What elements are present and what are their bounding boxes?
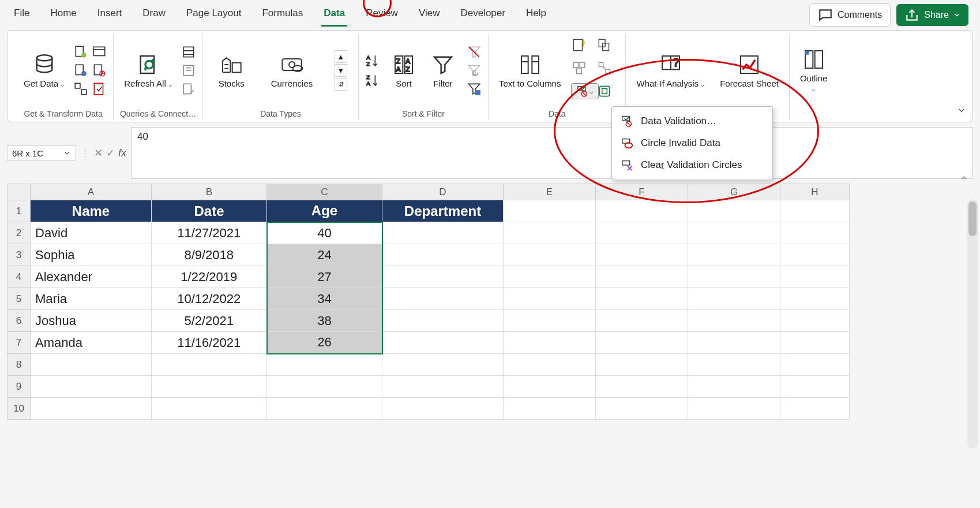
cell-H7[interactable] — [780, 332, 850, 354]
tab-draw[interactable]: Draw — [140, 4, 168, 27]
sort-az-button[interactable]: AZ — [365, 53, 381, 69]
cell-A9[interactable] — [31, 376, 152, 398]
existing-connections-button[interactable] — [73, 81, 89, 97]
cell-B1[interactable]: Date — [152, 200, 267, 222]
from-table-button[interactable] — [73, 62, 89, 79]
from-web-button[interactable] — [91, 44, 107, 60]
currencies-button[interactable]: Currencies — [266, 51, 318, 91]
cell-E9[interactable] — [504, 376, 596, 398]
cell-G6[interactable] — [688, 310, 780, 332]
datatype-down-button[interactable]: ▾ — [335, 64, 347, 77]
relationships-button[interactable] — [596, 60, 613, 76]
cell-A4[interactable]: Alexander — [31, 266, 152, 288]
cell-C1[interactable]: Age — [267, 200, 382, 222]
cell-C9[interactable] — [267, 376, 382, 398]
row-header[interactable]: 4 — [7, 266, 31, 288]
cell-F1[interactable] — [596, 200, 688, 222]
cell-C10[interactable] — [267, 398, 382, 420]
cell-E7[interactable] — [504, 332, 596, 354]
cell-F9[interactable] — [596, 376, 688, 398]
cell-G3[interactable] — [688, 244, 780, 266]
cell-F5[interactable] — [596, 288, 688, 310]
cell-D6[interactable] — [382, 310, 504, 332]
cell-A7[interactable]: Amanda — [31, 332, 152, 354]
cell-D2[interactable] — [382, 222, 504, 244]
tab-insert[interactable]: Insert — [95, 4, 125, 27]
cell-B3[interactable]: 8/9/2018 — [152, 244, 267, 266]
cell-D9[interactable] — [382, 376, 504, 398]
get-data-button[interactable]: Get Data ⌵ — [19, 51, 69, 91]
col-header-D[interactable]: D — [382, 184, 504, 200]
cell-C8[interactable] — [267, 354, 382, 376]
cell-G10[interactable] — [688, 398, 780, 420]
col-header-B[interactable]: B — [152, 184, 267, 200]
cell-A1[interactable]: Name — [31, 200, 152, 222]
consolidate-button[interactable] — [571, 60, 587, 76]
cell-D1[interactable]: Department — [382, 200, 504, 222]
vertical-scrollbar[interactable] — [967, 199, 978, 449]
cell-F10[interactable] — [596, 398, 688, 420]
tab-help[interactable]: Help — [524, 4, 549, 27]
cell-F6[interactable] — [596, 310, 688, 332]
datatype-up-button[interactable]: ▴ — [335, 50, 347, 63]
select-all-corner[interactable] — [7, 184, 31, 200]
cell-C2[interactable]: 40 — [267, 222, 382, 244]
cell-A3[interactable]: Sophia — [31, 244, 152, 266]
cell-D3[interactable] — [382, 244, 504, 266]
menu-circle-invalid[interactable]: Circle Invalid Data — [612, 132, 772, 154]
cell-B4[interactable]: 1/22/2019 — [152, 266, 267, 288]
datatype-more-button[interactable]: ⇵ — [335, 78, 347, 91]
cell-F8[interactable] — [596, 354, 688, 376]
cell-C7[interactable]: 26 — [267, 332, 382, 354]
cell-B5[interactable]: 10/12/2022 — [152, 288, 267, 310]
cell-C6[interactable]: 38 — [267, 310, 382, 332]
row-header[interactable]: 8 — [7, 354, 31, 376]
cell-F3[interactable] — [596, 244, 688, 266]
remove-duplicates-button[interactable] — [596, 37, 613, 53]
cell-B9[interactable] — [152, 376, 267, 398]
recent-sources-button[interactable] — [91, 62, 107, 79]
cell-B6[interactable]: 5/2/2021 — [152, 310, 267, 332]
stocks-button[interactable]: Stocks — [214, 51, 249, 91]
advanced-filter-button[interactable] — [466, 81, 482, 97]
cell-F7[interactable] — [596, 332, 688, 354]
flash-fill-button[interactable] — [571, 37, 587, 53]
cell-A6[interactable]: Joshua — [31, 310, 152, 332]
tab-page-layout[interactable]: Page Layout — [184, 4, 243, 27]
reapply-button[interactable] — [466, 62, 482, 79]
menu-clear-circles[interactable]: Clear Validation Circles — [612, 154, 772, 176]
cell-G8[interactable] — [688, 354, 780, 376]
col-header-E[interactable]: E — [504, 184, 596, 200]
row-header[interactable]: 5 — [7, 288, 31, 310]
row-header[interactable]: 6 — [7, 310, 31, 332]
cell-E1[interactable] — [504, 200, 596, 222]
cell-D7[interactable] — [382, 332, 504, 354]
tab-developer[interactable]: Developer — [458, 4, 508, 27]
cell-E8[interactable] — [504, 354, 596, 376]
cell-G5[interactable] — [688, 288, 780, 310]
cell-E2[interactable] — [504, 222, 596, 244]
cell-D4[interactable] — [382, 266, 504, 288]
cell-G7[interactable] — [688, 332, 780, 354]
clear-filter-button[interactable] — [466, 44, 482, 60]
row-header[interactable]: 7 — [7, 332, 31, 354]
tab-review[interactable]: Review — [363, 4, 400, 27]
from-text-button[interactable] — [73, 44, 89, 60]
cell-E10[interactable] — [504, 398, 596, 420]
cell-E6[interactable] — [504, 310, 596, 332]
tab-formulas[interactable]: Formulas — [260, 4, 305, 27]
sort-za-button[interactable]: ZA — [365, 72, 381, 88]
row-header[interactable]: 10 — [7, 398, 31, 420]
cell-H10[interactable] — [780, 398, 850, 420]
share-button[interactable]: Share — [896, 4, 968, 26]
cell-C5[interactable]: 34 — [267, 288, 382, 310]
col-header-G[interactable]: G — [688, 184, 780, 200]
tab-data[interactable]: Data — [321, 4, 347, 27]
cancel-formula-button[interactable]: ✕ — [94, 147, 103, 159]
enter-formula-button[interactable]: ✓ — [106, 147, 115, 159]
col-header-A[interactable]: A — [31, 184, 152, 200]
col-header-C[interactable]: C — [267, 184, 382, 200]
cell-H4[interactable] — [780, 266, 850, 288]
cell-H3[interactable] — [780, 244, 850, 266]
filter-button[interactable]: Filter — [427, 51, 459, 91]
